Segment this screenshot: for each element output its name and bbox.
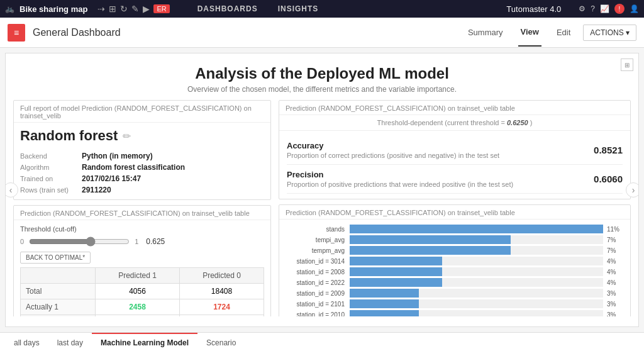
bar-chart-panel: Prediction (RANDOM_FOREST_CLASSIFICATION… — [279, 204, 631, 316]
threshold-note-text: Threshold-dependent (current threshold = — [377, 119, 507, 126]
help-icon[interactable]: ? — [591, 4, 595, 13]
right-icons: ⚙ ? 📈 ! 👤 — [579, 4, 639, 14]
bar-container — [350, 289, 603, 298]
bar-label: station_id = 2008 — [287, 269, 350, 276]
bike-icon: 🚲 — [5, 4, 14, 13]
bar-pct: 11% — [607, 226, 623, 233]
bottom-tabs: all days last day Machine Learning Model… — [0, 332, 644, 351]
accuracy-row: Accuracy Proportion of correct predictio… — [287, 136, 623, 165]
user-icon[interactable]: 👤 — [630, 4, 639, 13]
settings-icon[interactable]: ⚙ — [579, 4, 586, 13]
accuracy-name: Accuracy — [287, 141, 585, 150]
bar-pct: 4% — [607, 269, 623, 276]
back-optimal-button[interactable]: BACK TO OPTIMAL* — [20, 252, 91, 264]
main-content: ⊞ Analysis of the Deployed ML model Over… — [0, 48, 644, 332]
cm-actually0-label: Actually 0 — [21, 315, 96, 317]
tab-last-day[interactable]: last day — [48, 333, 92, 351]
bar-pct: 3% — [607, 311, 623, 317]
bar-fill — [350, 310, 419, 316]
bar-label: station_id = 2022 — [287, 279, 350, 286]
bar-fill — [350, 299, 419, 308]
view-nav[interactable]: View — [518, 18, 541, 47]
edit-model-icon[interactable]: ✏ — [123, 130, 131, 142]
bar-fill — [350, 235, 511, 244]
insights-tab[interactable]: INSIGHTS — [268, 2, 329, 16]
bar-fill — [350, 246, 511, 255]
analysis-title: Analysis of the Deployed ML model — [18, 65, 626, 82]
cm-total-v2: 18408 — [180, 284, 264, 299]
threshold-slider[interactable] — [29, 237, 130, 247]
expand-button[interactable]: ⊞ — [621, 58, 633, 71]
actions-button[interactable]: ACTIONS ▾ — [583, 25, 636, 41]
precision-row: Precision Proportion of positive predict… — [287, 165, 623, 194]
bar-label: stands — [287, 226, 350, 233]
backend-value: Python (in memory) — [82, 152, 153, 160]
bar-container — [350, 225, 603, 233]
slider-max: 1 — [135, 238, 138, 245]
threshold-note-value: 0.6250 — [507, 119, 528, 126]
trained-value: 2017/02/16 15:47 — [82, 174, 141, 183]
edit-doc-icon[interactable]: ✎ — [131, 4, 139, 14]
bar-fill — [350, 225, 603, 233]
bar-pct: 3% — [607, 290, 623, 297]
header-logo: ≡ — [8, 24, 25, 42]
model-info-panel: Full report of model Prediction (RANDOM_… — [13, 100, 271, 200]
bar-row: station_id = 20093% — [287, 289, 623, 298]
activity-icon[interactable]: 📈 — [600, 4, 609, 13]
cm-total-v1: 4056 — [96, 284, 180, 299]
backend-label: Backend — [20, 152, 77, 160]
metrics-list: Accuracy Proportion of correct predictio… — [279, 131, 630, 199]
rows-label: Rows (train set) — [20, 186, 77, 194]
bar-label: station_id = 2010 — [287, 311, 350, 317]
analysis-subtitle: Overview of the chosen model, the differ… — [18, 85, 626, 94]
tab-all-days[interactable]: all days — [5, 333, 48, 351]
bar-label: tempm_avg — [287, 247, 350, 254]
right-column: Prediction (RANDOM_FOREST_CLASSIFICATION… — [271, 100, 631, 316]
cm-a1-p0: 1724 — [180, 299, 264, 315]
refresh-icon[interactable]: ↻ — [120, 4, 128, 14]
bar-container — [350, 299, 603, 308]
flow-icon[interactable]: ⇢ — [97, 4, 105, 14]
backend-row: Backend Python (in memory) — [20, 150, 264, 162]
bar-container — [350, 246, 603, 255]
tab-ml-model[interactable]: Machine Learning Model — [92, 333, 197, 351]
next-arrow[interactable]: › — [626, 182, 639, 198]
two-col-layout: Full report of model Prediction (RANDOM_… — [6, 100, 638, 316]
bar-fill — [350, 257, 442, 265]
bar-fill — [350, 278, 442, 287]
bar-pct: 4% — [607, 279, 623, 286]
bar-label: tempi_avg — [287, 237, 350, 243]
bar-chart-header: Prediction (RANDOM_FOREST_CLASSIFICATION… — [279, 205, 630, 220]
bar-pct: 7% — [607, 247, 623, 254]
trained-label: Trained on — [20, 175, 77, 182]
metrics-panel: Prediction (RANDOM_FOREST_CLASSIFICATION… — [279, 100, 631, 199]
notification-badge[interactable]: ! — [614, 4, 625, 14]
threshold-body: Threshold (cut-off) 0 1 0.625 BACK TO OP… — [14, 220, 270, 316]
bar-container — [350, 310, 603, 316]
bar-row: station_id = 20103% — [287, 310, 623, 316]
summary-nav[interactable]: Summary — [465, 19, 506, 46]
header-bar: ≡ General Dashboard Summary View Edit AC… — [0, 18, 644, 48]
threshold-panel: Prediction (RANDOM_FOREST_CLASSIFICATION… — [13, 205, 271, 316]
top-nav-tabs: DASHBOARDS INSIGHTS — [187, 2, 329, 16]
threshold-value: 0.625 — [146, 237, 165, 246]
bar-pct: 4% — [607, 258, 623, 265]
cm-predicted0-header: Predicted 0 — [180, 268, 264, 284]
tab-scenario[interactable]: Scenario — [197, 333, 245, 351]
bar-row: stands11% — [287, 225, 623, 233]
edit-nav[interactable]: Edit — [554, 19, 573, 46]
top-toolbar: 🚲 Bike sharing map ⇢ ⊞ ↻ ✎ ▶ ER DASHBOAR… — [0, 0, 644, 18]
cm-a0-p1: 1598 — [96, 315, 180, 317]
precision-value: 0.6060 — [585, 174, 623, 184]
header-nav: Summary View Edit — [465, 18, 573, 47]
bar-row: tempm_avg7% — [287, 246, 623, 255]
play-icon[interactable]: ▶ — [143, 4, 150, 14]
cm-predicted1-header: Predicted 1 — [96, 268, 180, 284]
cm-empty-header — [21, 268, 96, 284]
bar-label: station_id = 2009 — [287, 290, 350, 297]
dashboards-tab[interactable]: DASHBOARDS — [187, 2, 268, 16]
accuracy-desc: Proportion of correct predictions (posit… — [287, 152, 585, 159]
threshold-note: Threshold-dependent (current threshold =… — [279, 115, 630, 131]
database-icon[interactable]: ⊞ — [109, 4, 116, 14]
bar-container — [350, 235, 603, 244]
